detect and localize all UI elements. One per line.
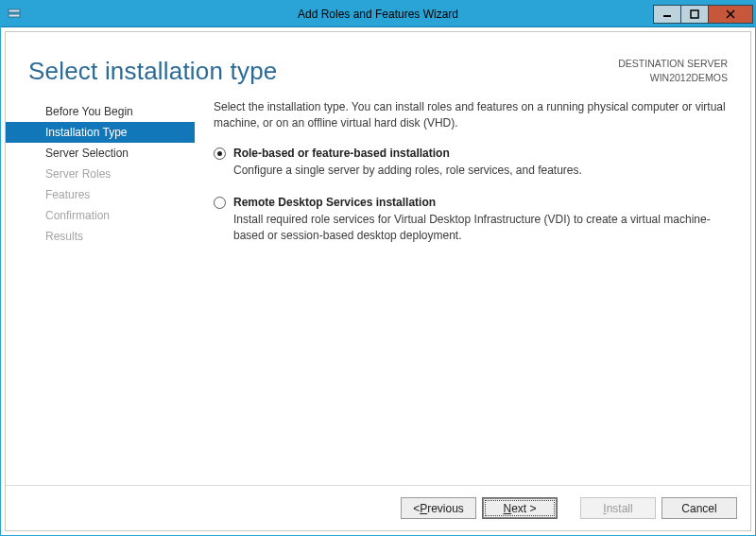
close-button[interactable] [708,5,753,24]
wizard-header: Select installation type DESTINATION SER… [6,32,750,95]
minimize-button[interactable] [653,5,681,24]
next-button[interactable]: Next > [482,497,558,519]
wizard-steps: Before You Begin Installation Type Serve… [6,95,195,485]
cancel-button[interactable]: Cancel [662,497,737,519]
option-remote-desktop[interactable]: Remote Desktop Services installation Ins… [214,195,726,245]
svg-rect-0 [9,9,20,12]
wizard-footer: < Previous Next > Install Cancel [6,485,750,530]
step-results: Results [6,226,195,247]
svg-rect-3 [691,10,698,18]
wizard-main: Before You Begin Installation Type Serve… [6,95,750,485]
page-heading: Select installation type [28,57,278,86]
option-remote-desktop-text: Remote Desktop Services installation Ins… [233,195,726,245]
step-before-you-begin[interactable]: Before You Begin [6,101,195,122]
destination-server-value: WIN2012DEMOS [618,71,728,85]
wizard-content: Select the installation type. You can in… [195,95,728,485]
option-role-based-desc: Configure a single server by adding role… [233,163,726,179]
step-server-selection[interactable]: Server Selection [6,143,195,164]
previous-button[interactable]: < Previous [401,497,476,519]
option-remote-desktop-title: Remote Desktop Services installation [233,195,726,211]
window-controls [654,5,753,24]
step-confirmation: Confirmation [6,205,195,226]
destination-server-label: DESTINATION SERVER [618,57,728,71]
option-remote-desktop-desc: Install required role services for Virtu… [233,212,726,245]
wizard-window: Add Roles and Features Wizard Select ins… [0,0,756,536]
svg-rect-1 [9,14,20,17]
wizard-panel: Select installation type DESTINATION SER… [5,31,751,531]
option-role-based[interactable]: Role-based or feature-based installation… [214,146,726,180]
step-features: Features [6,184,195,205]
radio-remote-desktop[interactable] [214,197,226,209]
server-manager-icon [7,7,22,22]
maximize-button[interactable] [680,5,709,24]
step-installation-type[interactable]: Installation Type [6,122,195,143]
install-button: Install [580,497,656,519]
option-role-based-text: Role-based or feature-based installation… [233,146,726,180]
radio-role-based[interactable] [214,147,226,160]
intro-text: Select the installation type. You can in… [214,99,726,132]
window-body: Select installation type DESTINATION SER… [1,27,755,535]
window-title: Add Roles and Features Wizard [1,8,755,21]
option-role-based-title: Role-based or feature-based installation [233,146,726,162]
titlebar[interactable]: Add Roles and Features Wizard [1,1,755,27]
destination-server-block: DESTINATION SERVER WIN2012DEMOS [618,57,728,84]
button-gap [563,497,575,519]
step-server-roles: Server Roles [6,164,195,184]
